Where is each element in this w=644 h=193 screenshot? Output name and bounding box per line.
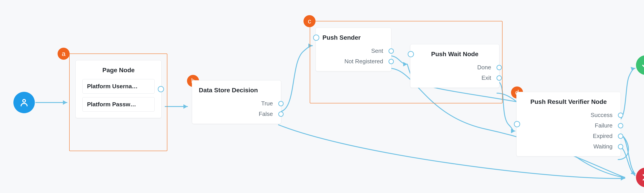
- page-node[interactable]: Page Node Platform Userna… Platform Pass…: [76, 60, 162, 118]
- push-result-output-success[interactable]: Success: [516, 110, 620, 120]
- port-waiting[interactable]: [618, 144, 623, 149]
- port-true[interactable]: [278, 101, 284, 106]
- output-label-success: Success: [591, 112, 612, 118]
- data-store-node[interactable]: Data Store Decision True False: [192, 80, 281, 124]
- output-label-sent: Sent: [371, 47, 383, 54]
- port-failure[interactable]: [618, 123, 623, 128]
- svg-point-0: [23, 99, 26, 102]
- flow-canvas: a Page Node Platform Userna… Platform Pa…: [0, 0, 644, 193]
- arrow-false-to-fail: [621, 176, 625, 181]
- port-exit[interactable]: [496, 75, 502, 81]
- data-store-output-true[interactable]: True: [192, 98, 281, 109]
- push-sender-input-port[interactable]: [313, 34, 319, 41]
- output-label-waiting: Waiting: [593, 143, 612, 150]
- push-sender-node[interactable]: Push Sender Sent Not Registered: [316, 28, 392, 71]
- port-notreg[interactable]: [388, 59, 394, 64]
- port-expired[interactable]: [618, 134, 623, 139]
- start-node[interactable]: [14, 92, 35, 113]
- arrow-success-to-check: [630, 67, 635, 71]
- arrow-start-to-pagenode: [63, 100, 67, 105]
- push-wait-input-port[interactable]: [408, 51, 414, 57]
- cross-icon: [641, 172, 644, 183]
- check-icon: [641, 60, 644, 70]
- push-sender-output-notreg[interactable]: Not Registered: [316, 56, 391, 67]
- port-sent[interactable]: [388, 48, 394, 54]
- output-label-failure: Failure: [595, 122, 612, 129]
- arrow-pagenode-to-datastore: [184, 104, 188, 109]
- page-node-field-username[interactable]: Platform Userna…: [82, 79, 155, 94]
- output-label-done: Done: [477, 64, 491, 71]
- push-sender-title: Push Sender: [316, 28, 391, 44]
- arrow-done-to-result: [511, 129, 515, 133]
- output-label-exit: Exit: [482, 74, 491, 81]
- group-c-label: c: [308, 17, 311, 25]
- push-wait-title: Push Wait Node: [410, 44, 499, 61]
- arrow-failure-to-fail: [630, 170, 636, 175]
- port-success[interactable]: [618, 113, 623, 118]
- page-node-field-password[interactable]: Platform Passw…: [82, 97, 155, 112]
- fail-node[interactable]: [636, 168, 644, 187]
- output-label-true: True: [261, 100, 273, 107]
- push-wait-output-exit[interactable]: Exit: [410, 73, 499, 83]
- data-store-output-false[interactable]: False: [192, 109, 281, 119]
- push-wait-output-done[interactable]: Done: [410, 62, 499, 73]
- push-wait-node[interactable]: Push Wait Node Done Exit: [410, 44, 500, 88]
- user-icon: [19, 97, 29, 108]
- data-store-title: Data Store Decision: [192, 80, 281, 97]
- output-label-expired: Expired: [593, 133, 612, 139]
- push-result-title: Push Result Verifier Node: [516, 92, 620, 109]
- push-result-output-waiting[interactable]: Waiting: [516, 141, 620, 152]
- push-result-output-failure[interactable]: Failure: [516, 120, 620, 131]
- push-result-node[interactable]: Push Result Verifier Node Success Failur…: [516, 92, 621, 157]
- group-c-badge: c: [304, 15, 316, 27]
- push-result-output-expired[interactable]: Expired: [516, 131, 620, 141]
- group-a-label: a: [62, 50, 66, 57]
- page-node-title: Page Node: [76, 60, 161, 77]
- edge-true-to-pushsender: [278, 46, 312, 112]
- port-false[interactable]: [278, 111, 284, 117]
- success-node[interactable]: [636, 55, 644, 75]
- output-label-notreg: Not Registered: [344, 58, 383, 65]
- output-label-false: False: [259, 111, 273, 117]
- port-done[interactable]: [496, 65, 502, 70]
- group-a-badge: a: [58, 48, 70, 60]
- page-node-output-port[interactable]: [158, 86, 164, 92]
- push-sender-output-sent[interactable]: Sent: [316, 46, 391, 56]
